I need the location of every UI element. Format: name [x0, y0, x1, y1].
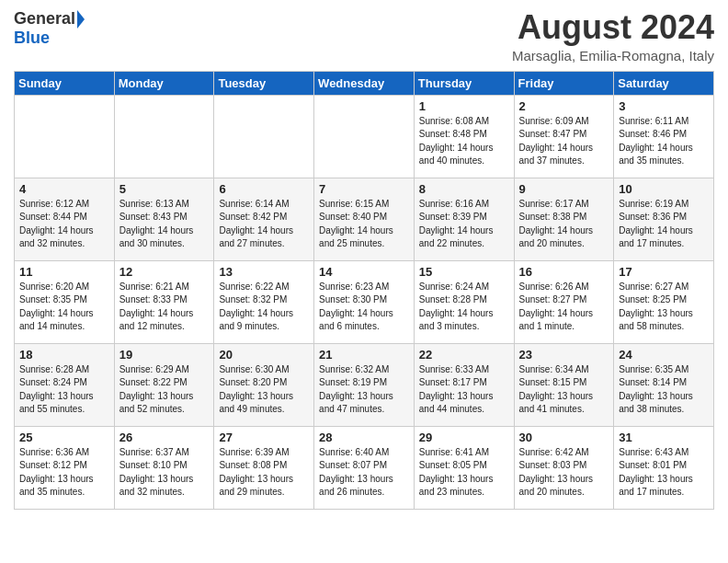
day-number: 18 — [19, 348, 109, 362]
calendar-week-3: 11Sunrise: 6:20 AM Sunset: 8:35 PM Dayli… — [15, 260, 714, 343]
day-info: Sunrise: 6:22 AM Sunset: 8:32 PM Dayligh… — [219, 281, 309, 334]
day-number: 24 — [619, 348, 709, 362]
day-number: 25 — [19, 431, 109, 444]
calendar-cell: 15Sunrise: 6:24 AM Sunset: 8:28 PM Dayli… — [414, 260, 514, 343]
day-number: 30 — [519, 431, 609, 444]
header: General Blue August 2024 Marsaglia, Emil… — [14, 9, 714, 63]
day-number: 14 — [319, 265, 409, 279]
calendar-week-1: 1Sunrise: 6:08 AM Sunset: 8:48 PM Daylig… — [15, 95, 714, 178]
day-info: Sunrise: 6:32 AM Sunset: 8:19 PM Dayligh… — [319, 363, 409, 417]
calendar-cell: 14Sunrise: 6:23 AM Sunset: 8:30 PM Dayli… — [314, 260, 415, 343]
day-info: Sunrise: 6:29 AM Sunset: 8:22 PM Dayligh… — [119, 363, 210, 417]
calendar-cell: 1Sunrise: 6:08 AM Sunset: 8:48 PM Daylig… — [414, 95, 514, 178]
calendar-header-row: SundayMondayTuesdayWednesdayThursdayFrid… — [15, 71, 714, 95]
weekday-header-friday: Friday — [514, 71, 614, 95]
weekday-header-monday: Monday — [114, 71, 214, 95]
day-info: Sunrise: 6:27 AM Sunset: 8:25 PM Dayligh… — [619, 281, 709, 334]
day-info: Sunrise: 6:15 AM Sunset: 8:40 PM Dayligh… — [319, 198, 409, 251]
calendar-cell: 2Sunrise: 6:09 AM Sunset: 8:47 PM Daylig… — [514, 95, 614, 178]
day-number: 12 — [119, 265, 210, 279]
calendar-cell: 17Sunrise: 6:27 AM Sunset: 8:25 PM Dayli… — [614, 260, 714, 343]
calendar-cell — [114, 95, 214, 178]
title-section: August 2024 Marsaglia, Emilia-Romagna, I… — [512, 9, 714, 63]
day-number: 2 — [519, 99, 609, 113]
calendar-cell — [15, 95, 115, 178]
day-info: Sunrise: 6:14 AM Sunset: 8:42 PM Dayligh… — [219, 198, 309, 251]
calendar-cell: 19Sunrise: 6:29 AM Sunset: 8:22 PM Dayli… — [114, 343, 214, 426]
calendar-cell: 18Sunrise: 6:28 AM Sunset: 8:24 PM Dayli… — [15, 343, 115, 426]
day-number: 22 — [419, 348, 509, 362]
day-number: 4 — [19, 182, 109, 196]
day-info: Sunrise: 6:20 AM Sunset: 8:35 PM Dayligh… — [19, 281, 109, 334]
calendar-cell: 27Sunrise: 6:39 AM Sunset: 8:08 PM Dayli… — [214, 426, 314, 509]
calendar-cell — [214, 95, 314, 178]
day-number: 29 — [419, 431, 509, 444]
calendar-cell: 16Sunrise: 6:26 AM Sunset: 8:27 PM Dayli… — [514, 260, 614, 343]
day-info: Sunrise: 6:12 AM Sunset: 8:44 PM Dayligh… — [19, 198, 109, 251]
day-info: Sunrise: 6:24 AM Sunset: 8:28 PM Dayligh… — [419, 281, 509, 334]
day-info: Sunrise: 6:19 AM Sunset: 8:36 PM Dayligh… — [619, 198, 709, 251]
weekday-header-thursday: Thursday — [414, 71, 514, 95]
day-info: Sunrise: 6:33 AM Sunset: 8:17 PM Dayligh… — [419, 363, 509, 417]
day-number: 10 — [619, 182, 709, 196]
day-info: Sunrise: 6:35 AM Sunset: 8:14 PM Dayligh… — [619, 363, 709, 417]
day-number: 7 — [319, 182, 409, 196]
weekday-header-tuesday: Tuesday — [214, 71, 314, 95]
day-info: Sunrise: 6:09 AM Sunset: 8:47 PM Dayligh… — [519, 115, 609, 168]
location-title: Marsaglia, Emilia-Romagna, Italy — [512, 48, 714, 63]
weekday-header-sunday: Sunday — [15, 71, 115, 95]
calendar-week-4: 18Sunrise: 6:28 AM Sunset: 8:24 PM Dayli… — [15, 343, 714, 426]
day-info: Sunrise: 6:36 AM Sunset: 8:12 PM Dayligh… — [19, 446, 109, 500]
day-number: 20 — [219, 348, 309, 362]
day-info: Sunrise: 6:41 AM Sunset: 8:05 PM Dayligh… — [419, 446, 509, 500]
calendar-week-2: 4Sunrise: 6:12 AM Sunset: 8:44 PM Daylig… — [15, 178, 714, 260]
weekday-header-saturday: Saturday — [614, 71, 714, 95]
calendar-cell: 24Sunrise: 6:35 AM Sunset: 8:14 PM Dayli… — [614, 343, 714, 426]
calendar-cell: 29Sunrise: 6:41 AM Sunset: 8:05 PM Dayli… — [414, 426, 514, 509]
calendar-cell: 7Sunrise: 6:15 AM Sunset: 8:40 PM Daylig… — [314, 178, 415, 260]
calendar-table: SundayMondayTuesdayWednesdayThursdayFrid… — [14, 71, 714, 510]
day-number: 31 — [619, 431, 709, 444]
day-info: Sunrise: 6:30 AM Sunset: 8:20 PM Dayligh… — [219, 363, 309, 417]
page: General Blue August 2024 Marsaglia, Emil… — [0, 0, 728, 523]
calendar-cell: 25Sunrise: 6:36 AM Sunset: 8:12 PM Dayli… — [15, 426, 115, 509]
day-number: 19 — [119, 348, 210, 362]
calendar-cell: 13Sunrise: 6:22 AM Sunset: 8:32 PM Dayli… — [214, 260, 314, 343]
calendar-cell: 8Sunrise: 6:16 AM Sunset: 8:39 PM Daylig… — [414, 178, 514, 260]
calendar-cell: 23Sunrise: 6:34 AM Sunset: 8:15 PM Dayli… — [514, 343, 614, 426]
month-title: August 2024 — [512, 9, 714, 46]
calendar-cell: 11Sunrise: 6:20 AM Sunset: 8:35 PM Dayli… — [15, 260, 115, 343]
day-number: 6 — [219, 182, 309, 196]
day-number: 17 — [619, 265, 709, 279]
day-number: 8 — [419, 182, 509, 196]
day-number: 5 — [119, 182, 210, 196]
day-info: Sunrise: 6:08 AM Sunset: 8:48 PM Dayligh… — [419, 115, 509, 168]
day-number: 16 — [519, 265, 609, 279]
weekday-header-wednesday: Wednesday — [314, 71, 415, 95]
day-number: 26 — [119, 431, 210, 444]
day-info: Sunrise: 6:16 AM Sunset: 8:39 PM Dayligh… — [419, 198, 509, 251]
calendar-cell: 26Sunrise: 6:37 AM Sunset: 8:10 PM Dayli… — [114, 426, 214, 509]
day-info: Sunrise: 6:13 AM Sunset: 8:43 PM Dayligh… — [119, 198, 210, 251]
logo: General Blue — [14, 9, 85, 48]
calendar-cell: 3Sunrise: 6:11 AM Sunset: 8:46 PM Daylig… — [614, 95, 714, 178]
day-info: Sunrise: 6:17 AM Sunset: 8:38 PM Dayligh… — [519, 198, 609, 251]
day-number: 3 — [619, 99, 709, 113]
calendar-cell: 5Sunrise: 6:13 AM Sunset: 8:43 PM Daylig… — [114, 178, 214, 260]
day-info: Sunrise: 6:37 AM Sunset: 8:10 PM Dayligh… — [119, 446, 210, 500]
day-number: 15 — [419, 265, 509, 279]
day-info: Sunrise: 6:43 AM Sunset: 8:01 PM Dayligh… — [619, 446, 709, 500]
calendar-cell: 4Sunrise: 6:12 AM Sunset: 8:44 PM Daylig… — [15, 178, 115, 260]
logo-arrow-icon — [77, 10, 85, 29]
calendar-cell: 30Sunrise: 6:42 AM Sunset: 8:03 PM Dayli… — [514, 426, 614, 509]
day-info: Sunrise: 6:26 AM Sunset: 8:27 PM Dayligh… — [519, 281, 609, 334]
day-number: 1 — [419, 99, 509, 113]
calendar-cell: 12Sunrise: 6:21 AM Sunset: 8:33 PM Dayli… — [114, 260, 214, 343]
calendar-week-5: 25Sunrise: 6:36 AM Sunset: 8:12 PM Dayli… — [15, 426, 714, 509]
calendar-cell: 21Sunrise: 6:32 AM Sunset: 8:19 PM Dayli… — [314, 343, 415, 426]
logo-blue-text: Blue — [14, 29, 50, 48]
calendar-cell — [314, 95, 415, 178]
day-number: 21 — [319, 348, 409, 362]
day-info: Sunrise: 6:42 AM Sunset: 8:03 PM Dayligh… — [519, 446, 609, 500]
calendar-cell: 10Sunrise: 6:19 AM Sunset: 8:36 PM Dayli… — [614, 178, 714, 260]
